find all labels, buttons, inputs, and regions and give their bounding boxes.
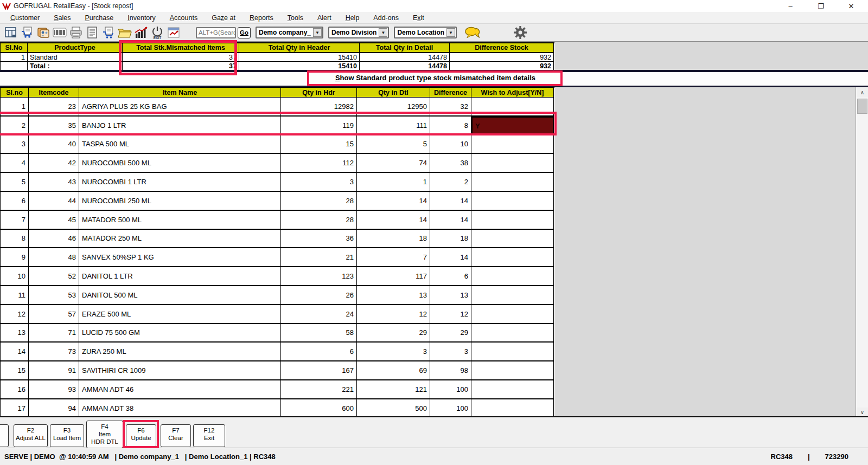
open-folder-icon[interactable] <box>117 25 132 40</box>
table-row-11[interactable]: 1153DANITOL 500 ML261313 <box>1 286 554 305</box>
status-left-text: SERVE | DEMO @ 10:40:59 AM | Demo compan… <box>0 453 276 461</box>
summary-total-row[interactable]: Total :371541014478932 <box>1 62 554 70</box>
menu-item-gaze-at[interactable]: Gaze at <box>205 13 242 23</box>
table-row-5[interactable]: 543NUROCOMBI 1 LTR312 <box>1 173 554 192</box>
sales-register-icon[interactable] <box>3 25 18 40</box>
table-row-15[interactable]: 1591SAVITHIRI CR 10091676998 <box>1 361 554 380</box>
table-row-8[interactable]: 846MATADOR 250 ML361818 <box>1 230 554 249</box>
table-row-13[interactable]: 1371LUCID 75 500 GM582929 <box>1 324 554 343</box>
row-9-col-6[interactable] <box>471 248 554 267</box>
menu-item-accounts[interactable]: Accounts <box>163 13 205 23</box>
go-button[interactable]: Go <box>238 27 251 38</box>
row-10-col-6[interactable] <box>471 267 554 286</box>
menu-item-reports[interactable]: Reports <box>242 13 280 23</box>
summary-row-1[interactable]: 1Standard371541014478932 <box>1 53 554 62</box>
row-16-col-1: 93 <box>29 380 79 399</box>
table-row-12[interactable]: 1257ERAZE 500 ML241212 <box>1 305 554 324</box>
company-select[interactable]: Demo company_▼ <box>256 27 323 38</box>
division-select[interactable]: Demo Division▼ <box>328 27 389 38</box>
row-7-col-6[interactable] <box>471 211 554 230</box>
row-11-col-6[interactable] <box>471 286 554 305</box>
status-terminal-code: RC348 <box>771 453 793 461</box>
search-input[interactable]: ALT+G(Search <box>196 27 236 38</box>
items-header-6[interactable]: Wish to Adjust[Y/N] <box>471 88 554 98</box>
f4-button[interactable]: F4ItemHDR DTL <box>86 421 123 448</box>
report-window-icon[interactable] <box>165 25 181 40</box>
table-row-10[interactable]: 1052DANITOL 1 LTR1231176 <box>1 267 554 286</box>
scroll-up-icon[interactable]: ∧ <box>857 88 868 97</box>
row-3-col-5: 10 <box>430 135 471 154</box>
table-row-9[interactable]: 948SANVEX 50%SP 1 KG21714 <box>1 248 554 267</box>
items-header-5[interactable]: Difference <box>430 88 471 98</box>
items-header-2[interactable]: Item Name <box>79 88 281 98</box>
menu-item-customer[interactable]: Customer <box>3 13 47 23</box>
sales-bill-icon[interactable] <box>84 25 100 40</box>
items-header-1[interactable]: Itemcode <box>29 88 79 98</box>
table-row-14[interactable]: 1473ZURA 250 ML633 <box>1 343 554 361</box>
row-14-col-6[interactable] <box>471 343 554 361</box>
f3-button[interactable]: F3Load Item <box>50 424 84 447</box>
chevron-down-icon[interactable]: ▼ <box>446 28 455 37</box>
location-select[interactable]: Demo Location▼ <box>394 27 457 38</box>
row-16-col-6[interactable] <box>471 380 554 399</box>
row-8-col-6[interactable] <box>471 230 554 249</box>
menu-item-exit[interactable]: Exit <box>406 13 431 23</box>
table-row-6[interactable]: 644NUROCOMBI 250 ML281414 <box>1 192 554 211</box>
items-header-0[interactable]: Sl.no <box>1 88 29 98</box>
row-12-col-6[interactable] <box>471 305 554 324</box>
status-separator: | <box>808 453 810 461</box>
table-row-1[interactable]: 123AGRIYA PLUS 25 KG BAG129821295032 <box>1 98 554 117</box>
items-header-4[interactable]: Qty in Dtl <box>357 88 430 98</box>
table-row-7[interactable]: 745MATADOR 500 ML281414 <box>1 211 554 230</box>
analytics-icon[interactable] <box>133 25 149 40</box>
menu-item-inventory[interactable]: Inventory <box>120 13 162 23</box>
table-row-3[interactable]: 340TASPA 500 ML15510 <box>1 135 554 154</box>
menu-item-add-ons[interactable]: Add-ons <box>366 13 406 23</box>
customer-master-icon[interactable] <box>35 25 51 40</box>
purchase-cart-icon[interactable] <box>100 25 116 40</box>
table-row-2[interactable]: 235BANJO 1 LTR1191118Y <box>1 117 554 135</box>
f7-button[interactable]: F7Clear <box>161 424 191 447</box>
scroll-down-icon[interactable]: ∨ <box>857 408 868 417</box>
row-5-col-6[interactable] <box>471 173 554 192</box>
restore-button[interactable]: ❐ <box>814 2 828 10</box>
f2-button[interactable]: F2Adjust ALL <box>14 424 48 447</box>
exit-power-icon[interactable]: EXIT <box>149 25 165 40</box>
row-4-col-6[interactable] <box>471 154 554 173</box>
menu-item-tools[interactable]: Tools <box>280 13 310 23</box>
scrollbar-thumb[interactable] <box>857 99 867 114</box>
chevron-down-icon[interactable]: ▼ <box>313 28 322 37</box>
row-1-col-6[interactable] <box>471 98 554 117</box>
close-button[interactable]: ✕ <box>844 2 858 10</box>
row-8-col-2: MATADOR 250 ML <box>79 230 281 249</box>
row-13-col-1: 71 <box>29 324 79 343</box>
menu-item-sales[interactable]: Sales <box>47 13 78 23</box>
row-14-col-0: 14 <box>1 343 29 361</box>
print-icon[interactable] <box>68 25 84 40</box>
row-17-col-6[interactable] <box>471 399 554 417</box>
table-row-16[interactable]: 1693AMMAN ADT 46221121100 <box>1 380 554 399</box>
row-11-col-2: DANITOL 500 ML <box>79 286 281 305</box>
chevron-down-icon[interactable]: ▼ <box>379 28 387 37</box>
menu-item-purchase[interactable]: Purchase <box>78 13 120 23</box>
purchase-entry-icon[interactable] <box>19 25 35 40</box>
row-14-col-5: 3 <box>430 343 471 361</box>
row-13-col-6[interactable] <box>471 324 554 343</box>
settings-gear-icon[interactable] <box>512 25 528 40</box>
row-3-col-6[interactable] <box>471 135 554 154</box>
row-6-col-6[interactable] <box>471 192 554 211</box>
minimize-button[interactable]: – <box>783 2 797 10</box>
items-header-3[interactable]: Qty in Hdr <box>281 88 357 98</box>
barcode-icon[interactable] <box>52 25 67 40</box>
menu-item-help[interactable]: Help <box>339 13 367 23</box>
table-row-4[interactable]: 442NUROCOMBI 500 ML1127438 <box>1 154 554 173</box>
f12-button[interactable]: F12Exit <box>193 424 225 447</box>
f6-button[interactable]: F6Update <box>126 424 156 447</box>
chat-bubble-icon[interactable] <box>464 25 480 40</box>
table-row-17[interactable]: 1794AMMAN ADT 38600500100 <box>1 399 554 417</box>
row-15-col-6[interactable] <box>471 361 554 380</box>
vertical-scrollbar[interactable]: ∧ ∨ <box>856 87 868 417</box>
wish-to-adjust-selected-cell[interactable]: Y <box>471 117 554 135</box>
menu-item-alert[interactable]: Alert <box>310 13 339 23</box>
row-15-col-5: 98 <box>430 361 471 380</box>
